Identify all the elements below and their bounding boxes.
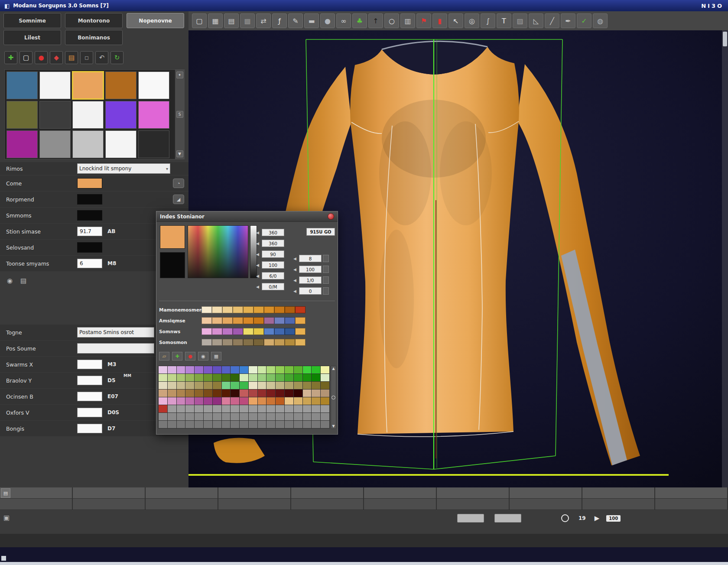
grid-swatch[interactable] bbox=[294, 413, 302, 420]
grid-swatch[interactable] bbox=[312, 405, 320, 412]
grid-swatch[interactable] bbox=[321, 413, 329, 420]
swatch-sort-button[interactable]: S bbox=[176, 111, 183, 118]
palette-swatch[interactable] bbox=[274, 317, 285, 324]
grid-swatch[interactable] bbox=[177, 382, 185, 389]
material-swatch[interactable] bbox=[138, 71, 169, 99]
grid-swatch[interactable] bbox=[159, 390, 167, 397]
grid-swatch[interactable] bbox=[294, 390, 302, 397]
text-tool-icon[interactable]: T bbox=[497, 13, 511, 28]
grid-view-icon[interactable]: ▦ bbox=[211, 352, 221, 360]
grid-swatch[interactable] bbox=[249, 413, 257, 420]
grid-swatch[interactable] bbox=[258, 413, 266, 420]
spinner-arrow-icon[interactable]: ◀ bbox=[293, 278, 299, 282]
palette-swatch[interactable] bbox=[212, 328, 222, 335]
palette-swatch[interactable] bbox=[295, 328, 306, 335]
picture-icon[interactable]: ▣ bbox=[3, 514, 10, 522]
grid-swatch[interactable] bbox=[249, 397, 257, 405]
grid-swatch[interactable] bbox=[168, 397, 176, 405]
grid-swatch[interactable] bbox=[312, 382, 320, 389]
spinner-arrow-icon[interactable]: ◀ bbox=[256, 274, 262, 278]
grid-swatch[interactable] bbox=[294, 382, 302, 389]
scale-x-input[interactable] bbox=[77, 360, 102, 369]
curve-icon[interactable]: ∫ bbox=[481, 13, 495, 28]
palette-swatch[interactable] bbox=[295, 317, 306, 324]
grid-swatch[interactable] bbox=[213, 382, 221, 389]
grid-swatch[interactable] bbox=[321, 382, 329, 389]
texture-icon[interactable]: ▩ bbox=[240, 13, 255, 28]
arrow-up-icon[interactable]: ↑ bbox=[368, 13, 383, 28]
value-field[interactable]: 0 bbox=[299, 287, 322, 295]
grid-swatch[interactable] bbox=[222, 390, 231, 397]
palette-swatch[interactable] bbox=[243, 306, 254, 313]
record-circle-icon[interactable] bbox=[561, 514, 569, 522]
reflect-color-swatch[interactable] bbox=[77, 194, 102, 205]
open-palette-icon[interactable]: ▱ bbox=[159, 352, 169, 360]
grid-swatch[interactable] bbox=[168, 390, 176, 397]
status-button-1[interactable] bbox=[457, 514, 484, 523]
capture-icon[interactable]: ◉ bbox=[198, 352, 208, 360]
grid-swatch[interactable] bbox=[240, 421, 248, 428]
grid-swatch[interactable] bbox=[185, 374, 194, 381]
material-swatch[interactable] bbox=[138, 130, 169, 158]
timeline-segment[interactable] bbox=[437, 487, 510, 498]
grid-swatch[interactable] bbox=[303, 421, 312, 428]
grid-swatch[interactable] bbox=[168, 374, 176, 381]
palette-swatch[interactable] bbox=[243, 339, 254, 346]
timeline-segment[interactable] bbox=[582, 487, 655, 498]
tab-somnime[interactable]: Somnime bbox=[3, 13, 61, 28]
angle-input[interactable] bbox=[77, 424, 102, 433]
grid-swatch[interactable] bbox=[276, 366, 284, 373]
palette-swatch[interactable] bbox=[212, 339, 222, 346]
dialog-titlebar[interactable]: Indes Stonianor bbox=[156, 211, 338, 222]
diffuse-color-swatch[interactable] bbox=[77, 178, 102, 188]
grid-swatch[interactable] bbox=[195, 421, 203, 428]
palette-swatch[interactable] bbox=[274, 328, 285, 335]
grid-swatch[interactable] bbox=[240, 390, 248, 397]
palette-swatch[interactable] bbox=[295, 306, 306, 313]
grid-scroll-down-icon[interactable]: ▼ bbox=[332, 424, 335, 428]
grid-swatch[interactable] bbox=[195, 390, 203, 397]
material-swatch[interactable] bbox=[105, 71, 136, 99]
palette-swatch[interactable] bbox=[212, 306, 222, 313]
grid-swatch[interactable] bbox=[240, 397, 248, 405]
grid-swatch[interactable] bbox=[213, 405, 221, 412]
source-input[interactable] bbox=[79, 345, 152, 351]
value-field[interactable]: 360 bbox=[262, 240, 284, 247]
grid-swatch[interactable] bbox=[177, 366, 185, 373]
timeline-segment[interactable] bbox=[510, 487, 582, 498]
grid-swatch[interactable] bbox=[276, 421, 284, 428]
grid-swatch[interactable] bbox=[285, 382, 293, 389]
grid-swatch[interactable] bbox=[266, 382, 275, 389]
material-swatch[interactable] bbox=[72, 101, 104, 129]
swatch-scrollbar[interactable]: ✦S▼ bbox=[175, 70, 184, 159]
grid-swatch[interactable] bbox=[312, 390, 320, 397]
grid-swatch[interactable] bbox=[276, 374, 284, 381]
grid-swatch[interactable] bbox=[195, 366, 203, 373]
grid-swatch[interactable] bbox=[266, 397, 275, 405]
grid-swatch[interactable] bbox=[294, 397, 302, 405]
garment-torso[interactable] bbox=[350, 47, 519, 434]
grid-swatch[interactable] bbox=[204, 382, 212, 389]
grid-scroll-up-icon[interactable]: ▲ bbox=[332, 367, 335, 370]
grid-swatch[interactable] bbox=[177, 405, 185, 412]
timeline-segment[interactable] bbox=[291, 499, 364, 510]
palette-swatch[interactable] bbox=[222, 328, 233, 335]
grid-swatch[interactable] bbox=[285, 405, 293, 412]
palette-swatch[interactable] bbox=[202, 306, 212, 313]
value-field[interactable]: 0/M bbox=[262, 283, 284, 290]
line-tool-icon[interactable]: ╱ bbox=[545, 13, 559, 28]
grid-swatch[interactable] bbox=[195, 413, 203, 420]
grid-swatch[interactable] bbox=[168, 382, 176, 389]
palette-swatch[interactable] bbox=[202, 339, 212, 346]
grid-swatch[interactable] bbox=[204, 374, 212, 381]
grid-swatch[interactable] bbox=[303, 382, 312, 389]
timeline-tool-chip[interactable]: ▤ bbox=[1, 488, 10, 498]
palette-swatch[interactable] bbox=[264, 317, 274, 324]
add-asset-icon[interactable]: ✚ bbox=[4, 51, 17, 64]
timeline-segment[interactable] bbox=[582, 499, 655, 510]
grid-swatch[interactable] bbox=[231, 421, 239, 428]
undo-icon[interactable]: ↶ bbox=[95, 51, 108, 64]
link-icon[interactable]: ∞ bbox=[336, 13, 351, 28]
grid-swatch[interactable] bbox=[266, 390, 275, 397]
grid-swatch[interactable] bbox=[303, 405, 312, 412]
